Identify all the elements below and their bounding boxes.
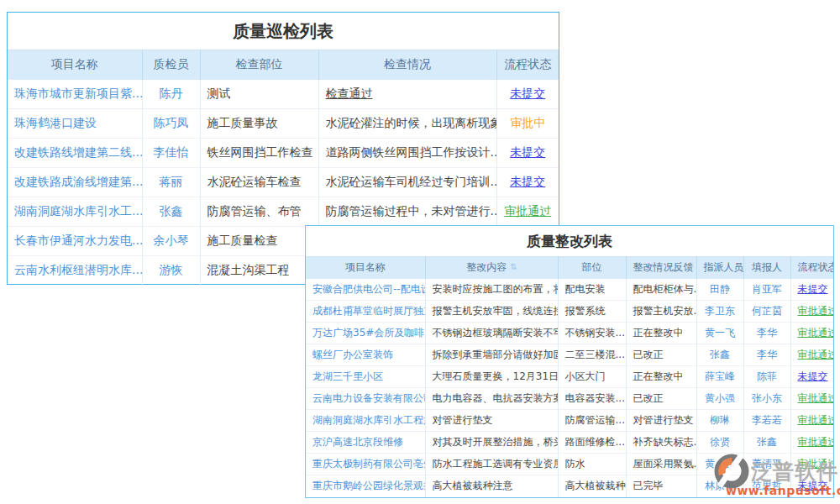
reporter-link[interactable]: 董清平 (752, 458, 782, 470)
status-badge[interactable]: 审批通过 (798, 305, 834, 317)
cell-location: 施工质量检查 (200, 227, 318, 256)
reporter-link[interactable]: 范思哲 (752, 480, 782, 491)
col-project-name: 项目名称 (8, 50, 142, 80)
reporter-link[interactable]: 张鑫 (757, 436, 777, 448)
cell-inspector: 陈巧凤 (142, 109, 200, 139)
cell-situation: 水泥砼灌注的时候，出现离析现象 (318, 109, 496, 139)
project-link[interactable]: 云南水利枢纽潜明水库... (14, 263, 142, 276)
cell-part: 二至三楼混... (558, 344, 626, 366)
cell-project: 螺丝厂办公室装饰 (306, 344, 425, 366)
col-feedback: 整改情况反馈 (626, 257, 696, 279)
assignee-link[interactable]: 黄小强 (705, 392, 735, 404)
reporter-link[interactable]: 陈菲 (757, 370, 777, 382)
status-badge[interactable]: 审批中 (510, 116, 545, 129)
project-link[interactable]: 京沪高速北京段维修 (312, 436, 403, 448)
cell-project: 改建铁路线增建第二线... (8, 139, 142, 168)
cell-content: 大理石质量更换，12月31日之... (425, 366, 558, 388)
assignee-link[interactable]: 徐贤 (710, 436, 730, 448)
cell-situation: 道路两侧铁丝网围挡工作按设计... (318, 139, 496, 168)
status-badge[interactable]: 审批通过 (798, 436, 834, 448)
inspector-link[interactable]: 李佳怡 (154, 145, 189, 159)
project-link[interactable]: 改建铁路成渝线增建第... (14, 175, 142, 188)
cell-part: 不锈钢安装... (558, 323, 626, 344)
assignee-link[interactable]: 林康平 (705, 480, 735, 491)
cell-reporter: 李若若 (743, 410, 790, 432)
status-badge[interactable]: 审批通过 (504, 204, 551, 218)
status-badge[interactable]: 审批通过 (798, 414, 834, 426)
cell-status: 审批通过 (790, 454, 833, 475)
status-badge[interactable]: 未提交 (510, 87, 545, 100)
project-link[interactable]: 珠海市城市更新项目紫... (14, 87, 142, 100)
status-badge[interactable]: 未提交 (798, 370, 828, 382)
assignee-link[interactable]: 黄小强 (705, 458, 735, 470)
reporter-link[interactable]: 何芷茵 (752, 305, 782, 317)
project-link[interactable]: 长春市伊通河水力发电... (14, 234, 142, 247)
project-link[interactable]: 重庆太极制药有限公司亳州中... (312, 458, 425, 470)
col-content[interactable]: 整改内容⇅ (425, 257, 558, 279)
cell-content: 对管进行垫支 (425, 410, 558, 432)
cell-feedback: 屋面采用聚氨... (626, 454, 696, 475)
reporter-link[interactable]: 李华 (757, 327, 777, 339)
cell-part: 配电安装 (558, 279, 626, 301)
assignee-link[interactable]: 黄一飞 (705, 327, 735, 339)
project-link[interactable]: 湖南洞庭湖水库引水工... (14, 204, 142, 218)
assignee-link[interactable]: 田静 (710, 283, 730, 295)
table-row: 云南电力设备安装有限公司20... 电力电容器、电抗器安装方案... 电容器安装… (306, 388, 833, 410)
status-badge[interactable]: 未提交 (798, 480, 828, 491)
status-badge[interactable]: 审批通过 (798, 349, 834, 360)
project-link[interactable]: 成都杜甫草堂临时展厅独立展... (312, 305, 425, 317)
status-badge[interactable]: 未提交 (510, 175, 545, 188)
rectification-list-panel: 质量整改列表 项目名称 整改内容⇅ 部位 整改情况反馈 指派人员 填报人 流程状… (305, 225, 834, 498)
reporter-link[interactable]: 张小东 (752, 392, 782, 404)
table-row: 龙湖三千里小区 大理石质量更换，12月31日之... 小区大门 正在整改中 薛宝… (306, 366, 833, 388)
assignee-link[interactable]: 张鑫 (710, 349, 730, 360)
cell-feedback: 对管进行垫支 (626, 410, 696, 432)
cell-location: 防腐管运输、布管 (200, 197, 318, 227)
cell-reporter: 肖亚军 (743, 279, 790, 301)
inspector-link[interactable]: 蒋丽 (160, 175, 183, 188)
cell-feedback: 补齐缺失标志... (626, 432, 696, 454)
cell-content: 报警主机安放牢固，线缆连接... (425, 301, 558, 323)
status-badge[interactable]: 审批通过 (798, 458, 834, 470)
status-badge[interactable]: 未提交 (510, 145, 545, 159)
reporter-link[interactable]: 李若若 (752, 414, 782, 426)
assignee-link[interactable]: 柳琳 (710, 414, 730, 426)
rectification-table: 项目名称 整改内容⇅ 部位 整改情况反馈 指派人员 填报人 流程状态 安徽合肥供… (306, 256, 833, 497)
cell-location: 施工质量事故 (200, 109, 318, 139)
project-link[interactable]: 螺丝厂办公室装饰 (312, 349, 393, 360)
project-link[interactable]: 云南电力设备安装有限公司20... (312, 392, 425, 404)
cell-assignee: 张鑫 (696, 344, 743, 366)
cell-status: 审批通过 (790, 388, 833, 410)
reporter-link[interactable]: 肖亚军 (752, 283, 782, 295)
sort-icon[interactable]: ⇅ (510, 262, 516, 271)
cell-inspector: 余小琴 (142, 227, 200, 256)
project-link[interactable]: 重庆市鹅岭公园绿化景观提升... (312, 480, 425, 491)
status-badge[interactable]: 未提交 (798, 283, 828, 295)
col-project-name: 项目名称 (306, 257, 425, 279)
status-badge[interactable]: 审批通过 (798, 392, 834, 404)
inspector-link[interactable]: 游恢 (160, 263, 183, 276)
cell-project: 重庆太极制药有限公司亳州中... (306, 454, 425, 475)
assignee-link[interactable]: 李卫东 (705, 305, 735, 317)
inspector-link[interactable]: 陈丹 (160, 87, 183, 100)
inspector-link[interactable]: 张鑫 (160, 204, 183, 218)
cell-project: 京沪高速北京段维修 (306, 432, 425, 454)
table-row: 珠海鹤港口建设 陈巧凤 施工质量事故 水泥砼灌注的时候，出现离析现象 审批中 (8, 109, 559, 139)
status-badge[interactable]: 审批通过 (798, 327, 834, 339)
cell-situation: 检查通过 (318, 80, 496, 109)
assignee-link[interactable]: 薛宝峰 (705, 370, 735, 382)
project-link[interactable]: 万达广场35#会所及咖啡厅空... (312, 327, 425, 339)
project-link[interactable]: 珠海鹤港口建设 (14, 116, 97, 129)
col-situation: 检查情况 (318, 50, 496, 80)
project-link[interactable]: 龙湖三千里小区 (312, 370, 383, 382)
cell-project: 云南水利枢纽潜明水库... (8, 256, 142, 286)
cell-project: 万达广场35#会所及咖啡厅空... (306, 323, 425, 344)
inspector-link[interactable]: 余小琴 (154, 234, 189, 247)
table-row: 成都杜甫草堂临时展厅独立展... 报警主机安放牢固，线缆连接... 报警系统 报… (306, 301, 833, 323)
cell-status: 审批通过 (790, 323, 833, 344)
project-link[interactable]: 安徽合肥供电公司--配电设备... (312, 283, 425, 295)
inspector-link[interactable]: 陈巧凤 (154, 116, 189, 129)
project-link[interactable]: 改建铁路线增建第二线... (14, 145, 142, 159)
project-link[interactable]: 湖南洞庭湖水库引水工程施工标 (312, 414, 425, 426)
reporter-link[interactable]: 李华 (757, 349, 777, 360)
